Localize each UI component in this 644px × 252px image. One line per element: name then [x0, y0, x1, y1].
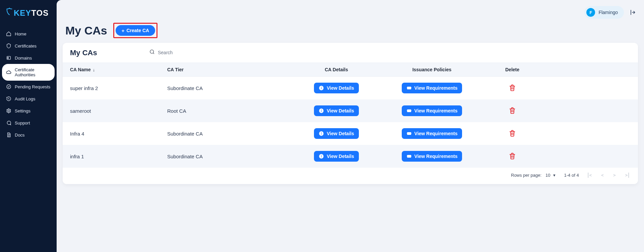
cell-ca-tier: Root CA	[167, 108, 295, 114]
card-icon	[406, 108, 412, 113]
sidebar-item-label: Certificates	[15, 44, 37, 49]
svg-rect-22	[321, 156, 322, 157]
view-requirements-label: View Requirements	[414, 131, 458, 136]
card-title: My CAs	[70, 49, 140, 57]
sidebar-item-label: Support	[15, 120, 30, 125]
trash-icon	[509, 107, 516, 115]
sidebar-item-label: Domains	[15, 56, 32, 61]
svg-point-16	[321, 132, 322, 133]
sort-arrow-down-icon: ↓	[93, 67, 95, 72]
view-requirements-label: View Requirements	[414, 85, 458, 91]
card-icon	[406, 85, 412, 91]
view-details-button[interactable]: View Details	[314, 105, 359, 116]
sidebar-item-docs[interactable]: Docs	[2, 129, 55, 141]
card-icon	[406, 131, 412, 136]
svg-rect-19	[407, 133, 411, 134]
col-ca-name[interactable]: CA Name ↓	[70, 67, 167, 72]
cell-ca-tier: Subordinate CA	[167, 154, 295, 159]
cell-ca-tier: Subordinate CA	[167, 85, 295, 91]
info-icon	[319, 131, 324, 136]
trash-icon	[509, 130, 516, 138]
last-page-button[interactable]: >⎮	[625, 173, 630, 178]
highlight-frame: + Create CA	[113, 23, 157, 38]
gear-icon	[6, 108, 11, 113]
avatar: F	[586, 8, 595, 17]
user-pill[interactable]: F Flamingo	[584, 6, 624, 19]
create-ca-label: Create CA	[126, 28, 149, 33]
rows-per-page-label: Rows per page:	[511, 173, 541, 178]
view-requirements-button[interactable]: View Requirements	[402, 83, 462, 93]
sidebar-item-label: Settings	[15, 108, 30, 113]
search-field[interactable]	[148, 48, 437, 58]
page-range-label: 1-4 of 4	[564, 173, 579, 178]
search-input[interactable]	[158, 50, 436, 55]
clock-check-icon	[6, 84, 11, 89]
delete-button[interactable]	[509, 84, 516, 92]
sidebar-item-domains[interactable]: Domains	[2, 52, 55, 64]
prev-page-button[interactable]: <	[601, 173, 604, 178]
view-details-button[interactable]: View Details	[314, 128, 359, 139]
svg-rect-7	[321, 88, 322, 89]
topbar: F Flamingo	[57, 0, 644, 23]
user-name: Flamingo	[598, 10, 618, 15]
col-delete: Delete	[486, 67, 539, 72]
svg-point-3	[8, 110, 9, 111]
view-details-button[interactable]: View Details	[314, 83, 359, 93]
view-requirements-label: View Requirements	[414, 154, 458, 159]
next-page-button[interactable]: >	[613, 173, 616, 178]
sidebar-item-settings[interactable]: Settings	[2, 105, 55, 117]
svg-point-6	[321, 87, 322, 87]
document-icon	[6, 132, 11, 138]
card-icon	[406, 154, 412, 159]
id-card-icon	[6, 55, 11, 61]
create-ca-button[interactable]: + Create CA	[116, 25, 155, 36]
brand-logo: KEYTOS	[0, 0, 57, 25]
view-details-label: View Details	[327, 108, 354, 113]
page-title: My CAs	[65, 24, 107, 37]
svg-rect-12	[321, 110, 322, 112]
trash-icon	[509, 84, 516, 92]
pager: ⎮< < > >⎮	[587, 173, 630, 178]
sidebar-item-support[interactable]: Support	[2, 117, 55, 129]
svg-point-11	[321, 109, 322, 110]
col-ca-tier[interactable]: CA Tier	[167, 67, 295, 72]
sidebar-item-certificate-authorities[interactable]: Certificate Authorities	[2, 64, 55, 81]
info-icon	[319, 154, 324, 159]
view-details-label: View Details	[327, 131, 354, 136]
cell-ca-name: Infra 4	[70, 131, 167, 137]
view-requirements-button[interactable]: View Requirements	[402, 128, 462, 139]
view-requirements-button[interactable]: View Requirements	[402, 151, 462, 162]
chevron-down-icon: ▾	[553, 173, 556, 178]
table-row: infra 1 Subordinate CA View Details View…	[63, 145, 638, 168]
cell-ca-name: super infra 2	[70, 85, 167, 91]
page-header: My CAs + Create CA	[57, 23, 644, 43]
sidebar-item-label: Certificate Authorities	[15, 67, 51, 77]
table-footer: Rows per page: 10 ▾ 1-4 of 4 ⎮< < > >⎮	[63, 168, 638, 184]
view-details-button[interactable]: View Details	[314, 151, 359, 162]
delete-button[interactable]	[509, 107, 516, 115]
view-requirements-button[interactable]: View Requirements	[402, 105, 462, 116]
sidebar-item-audit-logs[interactable]: Audit Logs	[2, 93, 55, 105]
first-page-button[interactable]: ⎮<	[587, 173, 592, 178]
sidebar-item-label: Audit Logs	[15, 96, 35, 101]
table-header: CA Name ↓ CA Tier CA Details Issuance Po…	[63, 63, 638, 77]
ca-table-card: My CAs CA Name ↓ CA Tier CA Details Issu…	[63, 43, 638, 184]
sidebar-item-home[interactable]: Home	[2, 28, 55, 40]
table-row: sameroot Root CA View Details View Requi…	[63, 99, 638, 122]
cell-ca-name: infra 1	[70, 154, 167, 159]
delete-button[interactable]	[509, 152, 516, 161]
cell-ca-tier: Subordinate CA	[167, 131, 295, 137]
svg-rect-9	[407, 88, 411, 88]
sidebar-item-certificates[interactable]: Certificates	[2, 40, 55, 52]
sidebar: KEYTOS Home Certificates Domains Certifi…	[0, 0, 57, 252]
search-icon	[149, 49, 155, 56]
shield-icon	[6, 43, 11, 49]
delete-button[interactable]	[509, 130, 516, 138]
logout-button[interactable]	[628, 8, 637, 17]
rows-per-page-select[interactable]: 10 ▾	[545, 172, 556, 179]
sidebar-item-pending-requests[interactable]: Pending Requests	[2, 81, 55, 93]
cell-ca-name: sameroot	[70, 108, 167, 114]
trash-icon	[509, 152, 516, 161]
chat-icon	[6, 120, 11, 125]
table-row: Infra 4 Subordinate CA View Details View…	[63, 122, 638, 145]
